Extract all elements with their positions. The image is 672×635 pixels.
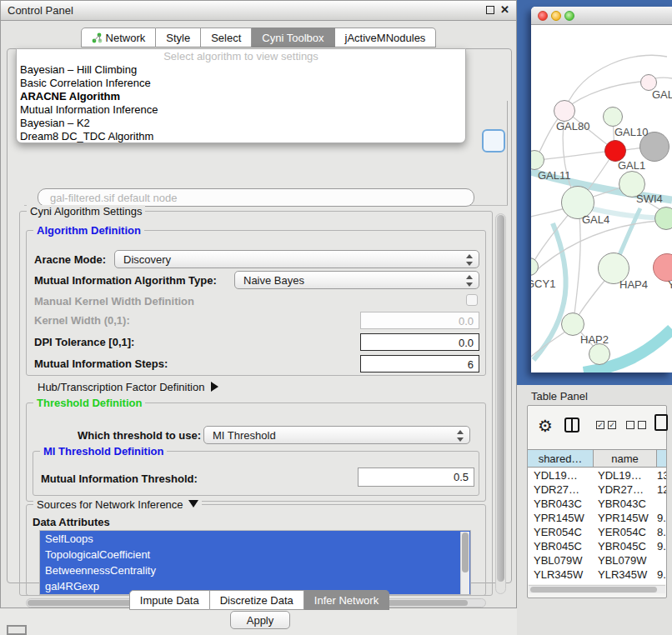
sources-group-title[interactable]: Sources for Network Inference	[33, 498, 202, 511]
network-selector-combobox[interactable]: gal-filtered.sif default node	[38, 188, 474, 207]
network-node-gal10[interactable]	[603, 107, 623, 127]
zoom-traffic-light-icon[interactable]	[564, 11, 574, 21]
mi-type-combobox[interactable]: Naive Bayes	[234, 271, 479, 289]
new-table-icon[interactable]	[654, 414, 668, 431]
list-item[interactable]: TopologicalCoefficient	[40, 547, 470, 562]
float-window-icon[interactable]	[486, 6, 494, 14]
deselect-all-checkbox-icon[interactable]	[638, 421, 646, 429]
network-icon	[92, 32, 103, 43]
algorithm-dropdown-popup: Select algorithm to view settings Bayesi…	[16, 48, 466, 143]
list-item[interactable]: BetweennessCentrality	[40, 562, 470, 578]
dropdown-item[interactable]: Dream8 DC_TDC Algorithm	[17, 130, 465, 143]
network-node[interactable]	[589, 343, 610, 365]
network-canvas[interactable]: GAL GAL80 GAL10 GAL1 GAL11 SWI4 GAL4 GCY…	[531, 25, 672, 372]
cell-extra: 8.	[657, 525, 666, 539]
cell-extra: 9.	[657, 511, 666, 525]
select-all-checkbox-icon[interactable]: ✓	[596, 421, 604, 429]
network-node[interactable]	[654, 207, 672, 230]
threshold-definition-title: Threshold Definition	[33, 397, 145, 409]
node-label: HAP4	[619, 278, 648, 291]
column-layout-icon[interactable]	[564, 418, 579, 432]
table-row[interactable]: YBR043CYBR043C	[528, 497, 666, 511]
list-item[interactable]: SelfLoops	[40, 531, 470, 547]
tab-network[interactable]: Network	[81, 28, 157, 48]
apply-button[interactable]: Apply	[230, 611, 290, 629]
dropdown-item[interactable]: Bayesian – K2	[17, 117, 465, 130]
minimized-panel-grip[interactable]	[7, 625, 27, 635]
dpi-tolerance-label: DPI Tolerance [0,1]:	[34, 336, 134, 348]
scrollbar-thumb[interactable]	[497, 215, 504, 582]
tab-select[interactable]: Select	[201, 28, 252, 48]
table-row[interactable]: YPR145WYPR145W9.	[528, 511, 666, 525]
combo-arrows-icon	[457, 430, 464, 442]
scrollbar-thumb[interactable]	[462, 532, 469, 572]
mi-threshold-group-title: MI Threshold Definition	[40, 445, 167, 458]
control-panel-titlebar[interactable]: Control Panel ✕	[1, 1, 516, 21]
table-row[interactable]: YDL19…YDL19…13	[528, 468, 666, 482]
tab-impute-data[interactable]: Impute Data	[129, 590, 210, 610]
tab-jactivemnodules[interactable]: jActiveMNodules	[335, 28, 437, 48]
column-header-name[interactable]: name	[594, 450, 657, 467]
table-horizontal-scrollbar[interactable]	[529, 585, 665, 593]
dpi-tolerance-field[interactable]: 0.0	[360, 333, 479, 351]
settings-vertical-scrollbar[interactable]	[495, 213, 506, 594]
hub-definition-toggle[interactable]: Hub/Transcription Factor Definition	[38, 381, 218, 393]
aracne-mode-value: Discovery	[123, 253, 171, 266]
dropdown-placeholder: Select algorithm to view settings	[17, 49, 465, 63]
gear-icon[interactable]: ⚙	[538, 416, 553, 436]
list-vertical-scrollbar[interactable]	[460, 532, 469, 595]
table-row[interactable]: YLR345WYLR345W9.	[528, 568, 666, 582]
aracne-mode-combobox[interactable]: Discovery	[114, 250, 479, 268]
manual-kernel-checkbox[interactable]	[466, 294, 478, 306]
scrollbar-thumb[interactable]	[530, 587, 657, 592]
dropdown-item[interactable]: Basic Correlation Inference	[17, 77, 465, 90]
table-row[interactable]: YIL052CYIL052C9	[528, 582, 666, 584]
control-panel-title: Control Panel	[8, 4, 73, 17]
column-header-clipped[interactable]	[657, 450, 666, 467]
network-node-gal80[interactable]	[554, 100, 575, 122]
deselect-all-checkbox-icon[interactable]	[626, 421, 634, 429]
table-panel-title: Table Panel	[531, 390, 588, 402]
cell-shared: YBR043C	[528, 497, 594, 511]
dropdown-item[interactable]: Bayesian – Hill Climbing	[17, 63, 465, 77]
table-body[interactable]: YDL19…YDL19…13 YDR27…YDR27…12 YBR043CYBR…	[528, 468, 666, 584]
aracne-mode-label: Aracne Mode:	[34, 253, 106, 266]
cell-shared: YBL079W	[528, 553, 594, 568]
table-row[interactable]: YER054CYER054C8.	[528, 525, 666, 539]
node-label: GAL80	[556, 120, 589, 132]
table-row[interactable]: YDR27…YDR27…12	[528, 482, 666, 497]
minimize-traffic-light-icon[interactable]	[551, 11, 561, 21]
tab-style[interactable]: Style	[156, 28, 201, 48]
kernel-width-field[interactable]: 0.0	[360, 312, 479, 329]
column-header-shared-name[interactable]: shared…	[528, 450, 594, 467]
cell-extra: 13	[657, 468, 666, 482]
mi-steps-label: Mutual Information Steps:	[34, 358, 168, 370]
tab-cyni-toolbox[interactable]: Cyni Toolbox	[252, 28, 334, 48]
cell-extra	[657, 497, 666, 511]
close-icon[interactable]: ✕	[500, 3, 509, 16]
network-window-titlebar[interactable]	[531, 7, 672, 25]
table-row[interactable]: YBR045CYBR045C9.	[528, 539, 666, 553]
mi-threshold-label: Mutual Information Threshold:	[41, 472, 198, 485]
combo-arrows-icon	[466, 254, 473, 266]
mi-threshold-field[interactable]: 0.5	[358, 468, 474, 487]
which-threshold-combobox[interactable]: MI Threshold	[203, 426, 470, 444]
tab-infer-network[interactable]: Infer Network	[304, 590, 389, 610]
which-threshold-value: MI Threshold	[213, 429, 276, 442]
dropdown-item-selected[interactable]: ARACNE Algorithm	[17, 90, 465, 103]
focused-combo-fragment[interactable]	[482, 129, 505, 152]
table-row[interactable]: YBL079WYBL079W	[528, 553, 666, 568]
node-label: GAL	[652, 88, 672, 101]
tab-discretize-data[interactable]: Discretize Data	[210, 590, 304, 610]
network-view-window[interactable]: GAL GAL80 GAL10 GAL1 GAL11 SWI4 GAL4 GCY…	[531, 7, 672, 372]
mi-type-value: Naive Bayes	[243, 274, 304, 287]
mi-type-label: Mutual Information Algorithm Type:	[34, 274, 217, 287]
dropdown-item[interactable]: Mutual Information Inference	[17, 103, 465, 117]
mi-steps-field[interactable]: 6	[360, 355, 479, 372]
network-node-hap2[interactable]	[561, 312, 584, 336]
data-attributes-list[interactable]: SelfLoops TopologicalCoefficient Between…	[39, 530, 471, 595]
tab-network-label: Network	[106, 32, 146, 44]
close-traffic-light-icon[interactable]	[538, 11, 548, 21]
table-header-row: shared… name	[528, 449, 666, 468]
select-all-checkbox-icon[interactable]: ✓	[608, 421, 616, 429]
